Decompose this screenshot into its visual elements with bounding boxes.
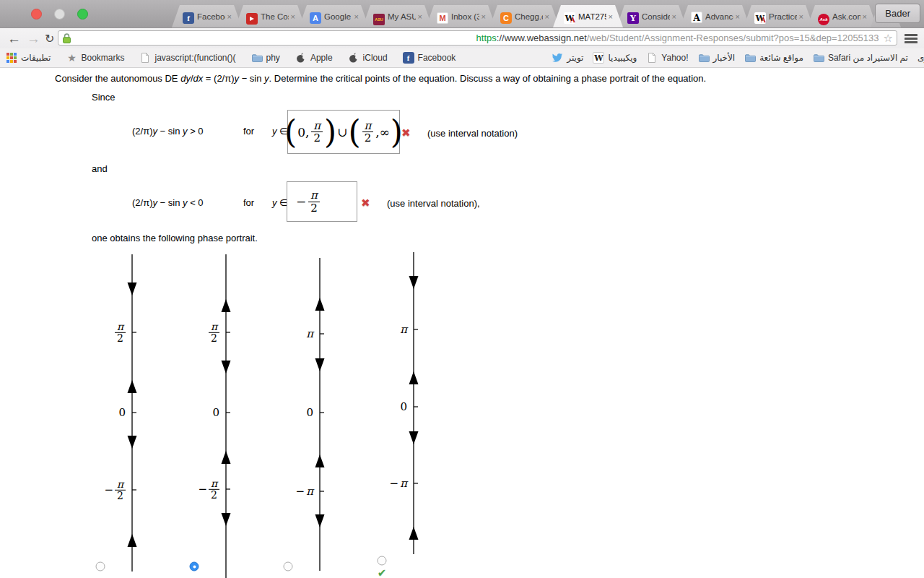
webassign-icon: WA — [754, 11, 766, 22]
minimize-window-button[interactable] — [54, 9, 65, 20]
tab-mat275[interactable]: WAMAT275× — [553, 5, 623, 27]
phase-axis-label: π2 — [115, 322, 126, 343]
window-controls — [31, 9, 88, 20]
tab-facebook[interactable]: fFacebook× — [172, 5, 242, 27]
tab-label: Inbox (30 — [451, 12, 479, 21]
close-window-button[interactable] — [31, 9, 42, 20]
bookmark-label: الأخبار — [713, 53, 736, 63]
profile-button[interactable]: Bader — [875, 4, 920, 23]
bookmark-item[interactable]: iCloud — [348, 52, 388, 64]
tab-close-icon[interactable]: × — [227, 12, 232, 21]
back-button[interactable]: ← — [7, 30, 21, 48]
folder-icon — [251, 52, 263, 64]
tab-gmail-inbox[interactable]: MInbox (30× — [426, 5, 496, 27]
ask-icon: Ask — [818, 11, 829, 22]
tab-advanced[interactable]: AAdvanced× — [680, 5, 750, 27]
tab-close-icon[interactable]: × — [736, 12, 740, 21]
bookmark-label: مواقع شائعة — [759, 53, 803, 63]
bookmark-item[interactable]: fFacebook — [403, 52, 456, 64]
bookmark-item[interactable]: javascript:(function()( — [139, 52, 235, 64]
membership-2: y ∈ — [272, 197, 287, 208]
phase-option-radio-1[interactable] — [96, 562, 105, 571]
bookmark-star-icon[interactable]: ☆ — [884, 33, 893, 43]
bookmark-item[interactable]: تم الاستيراد من Safari — [813, 52, 908, 64]
bookmark-label: Facebook — [418, 53, 456, 63]
facebook-icon: f — [403, 52, 414, 64]
tab-strip: fFacebook×The Cost×AGoogle T×ASUMy ASU×M… — [0, 0, 924, 27]
phase-option-radio-4[interactable] — [378, 556, 387, 566]
bookmark-item[interactable]: الأخبار — [698, 52, 736, 64]
bookmark-label: phy — [266, 53, 280, 63]
bookmark-label: تم الاستيراد من Safari — [828, 53, 908, 63]
tab-close-icon[interactable]: × — [291, 12, 295, 21]
answer-box-2[interactable]: −π2 — [287, 181, 357, 222]
bookmark-item[interactable]: Apple — [295, 52, 333, 64]
tab-practice[interactable]: WAPractice× — [744, 5, 814, 27]
phase-axis-label: −π — [390, 477, 407, 490]
tab-close-icon[interactable]: × — [863, 12, 867, 21]
secure-lock-icon[interactable] — [62, 33, 71, 44]
youtube-icon — [246, 11, 258, 22]
facebook-icon: f — [183, 11, 194, 22]
webassign-icon: WA — [564, 11, 575, 22]
reload-button[interactable]: ↻ — [45, 30, 54, 48]
phase-axis-label: π2 — [209, 322, 219, 343]
for-label-2: for — [243, 197, 254, 208]
phase-axis-label: −π — [296, 485, 313, 498]
tab-yahoo-consider[interactable]: YConsider× — [616, 5, 687, 27]
bookmark-label: Apple — [310, 53, 333, 63]
tab-close-icon[interactable]: × — [672, 12, 676, 21]
zoom-window-button[interactable] — [77, 9, 88, 20]
bookmark-item[interactable]: مواقع شائعة — [744, 52, 803, 64]
bookmark-label: Bookmarks — [81, 53, 124, 63]
apple-icon — [295, 52, 307, 64]
correct-mark-icon: ✔ — [378, 566, 387, 578]
tab-close-icon[interactable]: × — [418, 12, 422, 21]
interval-hint-2: (use interval notation), — [387, 198, 480, 209]
bookmark-label: إشارات أخرى — [918, 53, 924, 63]
phase-portrait-diagram — [0, 0, 924, 578]
tab-close-icon[interactable]: × — [481, 12, 486, 21]
apple-icon — [348, 52, 359, 64]
tab-close-icon[interactable]: × — [354, 12, 359, 21]
tab-google-translate[interactable]: AGoogle T× — [299, 5, 369, 27]
bookmark-item[interactable]: تطبيقات — [6, 52, 51, 64]
bookmark-item[interactable]: تويتر — [552, 52, 583, 64]
answer-box-1[interactable]: (0,π2) ∪ (π2,∞) — [287, 110, 400, 154]
bookmark-label: javascript:(function()( — [154, 53, 235, 63]
phase-option-radio-3[interactable] — [284, 562, 293, 571]
tab-close-icon[interactable]: × — [609, 12, 613, 21]
bookmark-item[interactable]: phy — [251, 52, 280, 64]
inequality-1: (2/π)y − sin y > 0 — [132, 126, 204, 137]
star-icon: ★ — [66, 52, 77, 64]
problem-statement: Consider the autonomous DE dy/dx = (2/π)… — [55, 73, 878, 84]
tab-youtube[interactable]: The Cost× — [235, 5, 305, 27]
tab-label: The Cost — [261, 12, 289, 21]
menu-icon[interactable] — [905, 34, 918, 45]
forward-button[interactable]: → — [27, 30, 40, 48]
tab-chegg[interactable]: CChegg.co× — [489, 5, 559, 27]
interval-hint-1: (use interval notation) — [427, 128, 518, 139]
bookmark-item[interactable]: Yahoo! — [646, 52, 688, 64]
tab-label: Consider — [642, 12, 670, 21]
bookmark-item[interactable]: إشارات أخرى — [918, 52, 924, 64]
tab-ask[interactable]: AskAsk.com× — [807, 5, 877, 27]
bookmark-label: تويتر — [567, 53, 583, 63]
address-bar[interactable]: https://www.webassign.net/web/Student/As… — [58, 30, 897, 46]
bookmark-label: تطبيقات — [21, 53, 51, 63]
tab-label: Ask.com — [832, 12, 860, 21]
tab-my-asu[interactable]: ASUMy ASU× — [362, 5, 432, 27]
bookmark-item[interactable]: ★Bookmarks — [66, 52, 124, 64]
tab-close-icon[interactable]: × — [545, 12, 549, 21]
phase-axis-label: −π2 — [105, 479, 126, 501]
phase-axis-label: 0 — [306, 406, 313, 419]
bookmark-item[interactable]: Wويكيبيديا — [593, 52, 637, 64]
bookmark-label: Yahoo! — [661, 53, 688, 63]
phase-axis-label: π — [306, 327, 313, 340]
phase-axis-label: 0 — [212, 406, 219, 419]
tab-label: Google T — [324, 12, 352, 21]
tab-label: My ASU — [388, 12, 416, 21]
phase-axis-label: −π2 — [199, 478, 220, 500]
phase-option-radio-2[interactable] — [190, 562, 199, 571]
tab-close-icon[interactable]: × — [799, 12, 803, 21]
